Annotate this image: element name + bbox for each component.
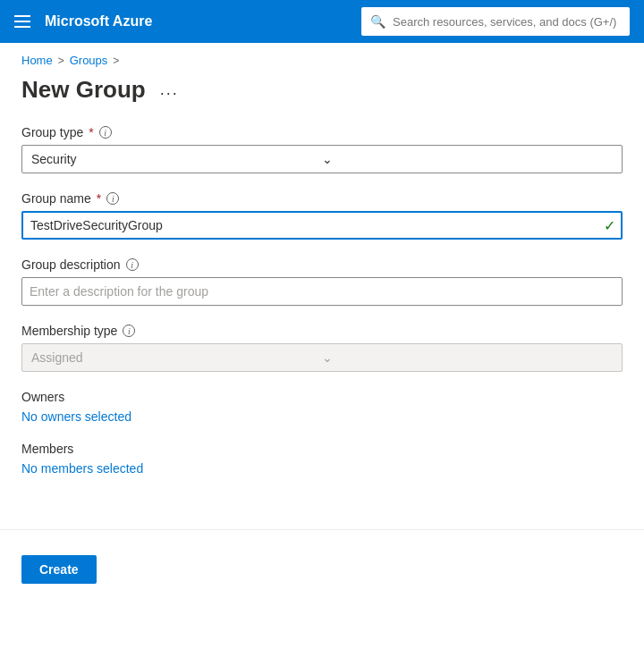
hamburger-menu[interactable] (14, 15, 30, 28)
app-title: Microsoft Azure (45, 13, 347, 30)
checkmark-icon: ✓ (604, 217, 615, 234)
page-header: New Group ... (0, 72, 644, 118)
membership-type-label: Membership type i (21, 324, 623, 338)
top-nav: Microsoft Azure 🔍 (0, 0, 644, 43)
required-star-type: * (89, 125, 93, 139)
breadcrumb: Home > Groups > (0, 43, 644, 72)
breadcrumb-sep-1: > (58, 55, 64, 67)
group-description-info-icon[interactable]: i (126, 258, 139, 271)
group-name-field: Group name * i ✓ (21, 191, 623, 240)
search-icon: 🔍 (370, 14, 386, 29)
breadcrumb-sep-2: > (113, 55, 119, 67)
create-button[interactable]: Create (21, 555, 97, 584)
membership-type-field: Membership type i Assigned ⌄ (21, 324, 623, 372)
group-name-input[interactable] (21, 211, 623, 240)
no-owners-link[interactable]: No owners selected (21, 409, 131, 424)
membership-type-dropdown: Assigned ⌄ (21, 343, 623, 372)
group-type-label: Group type * i (21, 125, 623, 139)
required-star-name: * (97, 191, 101, 206)
global-search-bar[interactable]: 🔍 (361, 7, 630, 36)
chevron-down-icon: ⌄ (322, 152, 613, 166)
owners-section: Owners No owners selected (21, 390, 623, 424)
group-type-info-icon[interactable]: i (99, 126, 112, 139)
group-description-input[interactable] (21, 277, 623, 306)
breadcrumb-groups[interactable]: Groups (70, 54, 108, 67)
group-name-input-wrapper: ✓ (21, 211, 623, 240)
breadcrumb-home[interactable]: Home (21, 54, 53, 67)
owners-label: Owners (21, 390, 623, 404)
group-type-field: Group type * i Security ⌄ (21, 125, 623, 173)
form-content: Group type * i Security ⌄ Group name * i… (0, 118, 644, 515)
members-section: Members No members selected (21, 442, 623, 476)
group-name-label: Group name * i (21, 191, 623, 206)
group-name-info-icon[interactable]: i (106, 192, 119, 205)
footer-divider (0, 529, 644, 530)
group-description-label: Group description i (21, 257, 623, 272)
ellipsis-menu-button[interactable]: ... (155, 79, 184, 101)
no-members-link[interactable]: No members selected (21, 461, 143, 476)
group-type-dropdown[interactable]: Security ⌄ (21, 145, 623, 173)
membership-type-info-icon[interactable]: i (123, 325, 135, 337)
bottom-actions: Create (0, 544, 644, 605)
page-title: New Group (21, 76, 146, 104)
group-description-field: Group description i (21, 257, 623, 306)
search-input[interactable] (393, 15, 621, 29)
members-label: Members (21, 442, 623, 456)
chevron-down-disabled-icon: ⌄ (322, 350, 613, 365)
